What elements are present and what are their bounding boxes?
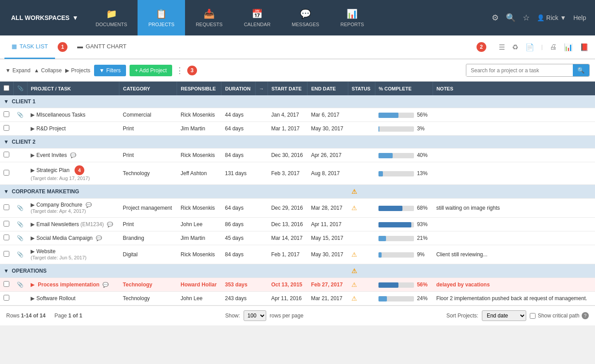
warn-icon: ⚠ <box>351 295 357 302</box>
nav-label-documents: DOCUMENTS <box>96 22 127 27</box>
row-checkbox[interactable] <box>4 152 9 157</box>
progress-bar-fill <box>378 236 386 241</box>
nav-item-documents[interactable]: 📁 DOCUMENTS <box>85 0 138 35</box>
row-expand-icon[interactable]: ▶ <box>31 125 35 132</box>
critical-path-label: Show critical path <box>538 313 579 319</box>
row-duration: 86 days <box>221 218 255 231</box>
toolbar-icon-refresh[interactable]: ♻ <box>510 41 520 53</box>
critical-path-checkbox[interactable] <box>530 313 536 319</box>
nav-item-reports[interactable]: 📊 REPORTS <box>330 0 374 35</box>
row-category: Print <box>119 122 177 136</box>
row-status <box>348 122 375 136</box>
top-nav: ALL WORKSPACES ▼ 📁 DOCUMENTS 📋 PROJECTS … <box>0 0 595 35</box>
nav-item-messages[interactable]: 💬 MESSAGES <box>281 0 330 35</box>
row-checkbox[interactable] <box>4 125 9 131</box>
row-expand-icon[interactable]: ▶ <box>31 282 35 288</box>
row-expand-icon[interactable]: ▶ <box>31 202 35 208</box>
add-project-button[interactable]: + Add Project <box>130 65 172 76</box>
select-all-checkbox[interactable] <box>4 85 9 91</box>
row-pct: 13% <box>375 162 433 185</box>
expand-label: Expand <box>12 67 31 74</box>
help-link[interactable]: Help <box>573 14 586 21</box>
row-dep <box>255 245 268 264</box>
group-corporate-marketing: ▼ CORPORATE MARKETING ⚠ <box>0 185 595 199</box>
row-expand-icon[interactable]: ▶ <box>31 221 35 227</box>
row-expand-icon[interactable]: ▶ <box>31 112 35 118</box>
group-client1: ▼ CLIENT 1 <box>0 95 595 108</box>
group-collapse-icon[interactable]: ▼ <box>4 139 9 145</box>
row-expand-icon[interactable]: ▶ <box>31 235 35 241</box>
comment-icon: 💬 <box>96 235 102 241</box>
filters-button[interactable]: ▼ Filters <box>94 65 126 76</box>
row-expand-icon[interactable]: ▶ <box>31 152 35 158</box>
row-notes <box>433 162 595 185</box>
progress-bar-wrap <box>378 171 414 176</box>
row-responsible: Jim Martin <box>177 122 221 136</box>
star-icon[interactable]: ☆ <box>523 13 530 23</box>
row-dep <box>255 278 268 292</box>
row-notes <box>433 231 595 245</box>
row-checkbox[interactable] <box>4 170 9 176</box>
row-duration: 84 days <box>221 245 255 264</box>
tab-task-list[interactable]: ▦ TASK LIST <box>4 35 55 59</box>
nav-items: 📁 DOCUMENTS 📋 PROJECTS 📥 REQUESTS 📅 CALE… <box>85 0 488 35</box>
col-check <box>0 82 13 95</box>
row-expand-icon[interactable]: ▶ <box>31 295 35 301</box>
row-status: ⚠ <box>348 292 375 305</box>
rows-per-page-select[interactable]: 100 50 25 <box>244 310 266 321</box>
rows-info: Rows 1-14 of 14 <box>6 313 46 319</box>
search-input[interactable] <box>466 65 573 76</box>
help-circle-icon[interactable]: ? <box>582 312 589 319</box>
table-row: ▶Software Rollout Technology John Lee 24… <box>0 292 595 305</box>
row-dep <box>255 122 268 136</box>
toolbar-icon-doc[interactable]: 📄 <box>524 41 536 53</box>
row-category: Technology <box>119 292 177 305</box>
row-checkbox[interactable] <box>4 221 9 227</box>
row-category: Print <box>119 149 177 162</box>
nav-item-requests[interactable]: 📥 REQUESTS <box>185 0 233 35</box>
row-notes: still waiting on image rights <box>433 199 595 218</box>
collapse-button[interactable]: ▲ Collapse <box>34 67 62 74</box>
nav-item-calendar[interactable]: 📅 CALENDAR <box>233 0 281 35</box>
group-collapse-icon[interactable]: ▼ <box>4 98 9 105</box>
row-expand-icon[interactable]: ▶ <box>31 167 35 173</box>
progress-bar-wrap <box>378 153 414 158</box>
search-button[interactable]: 🔍 <box>573 64 589 76</box>
more-options-icon[interactable]: ⋮ <box>176 66 184 75</box>
sort-projects-select[interactable]: End date Start date Name <box>482 310 526 321</box>
nav-item-projects[interactable]: 📋 PROJECTS <box>138 0 185 35</box>
filters-label: Filters <box>106 67 121 74</box>
toolbar-icon-excel[interactable]: 📊 <box>562 41 575 53</box>
row-checkbox[interactable] <box>4 251 9 257</box>
row-checkbox[interactable] <box>4 111 9 117</box>
warn-icon: ⚠ <box>351 204 357 211</box>
workspace-selector[interactable]: ALL WORKSPACES ▼ <box>4 14 85 21</box>
comment-icon: 💬 <box>102 282 109 287</box>
row-expand-icon[interactable]: ▶ <box>31 248 35 254</box>
row-end: Apr 26, 2017 <box>307 149 348 162</box>
projects-button[interactable]: ▶ Projects <box>65 67 90 74</box>
row-checkbox[interactable] <box>4 235 9 240</box>
show-label: Show: <box>225 313 240 319</box>
search-icon[interactable]: 🔍 <box>506 13 516 23</box>
row-responsible: Rick Mosenkis <box>177 245 221 264</box>
row-checkbox[interactable] <box>4 295 9 301</box>
toolbar-icon-print[interactable]: 🖨 <box>548 41 559 53</box>
row-checkbox[interactable] <box>4 281 9 287</box>
user-menu[interactable]: 👤 Rick ▼ <box>537 14 566 21</box>
group-collapse-icon[interactable]: ▼ <box>4 268 9 274</box>
col-start-date: START DATE <box>268 82 307 95</box>
nav-label-reports: REPORTS <box>340 22 364 27</box>
toolbar-icon-list[interactable]: ☰ <box>497 41 507 53</box>
expand-button[interactable]: ▼ Expand <box>5 67 31 74</box>
row-notes: Client still reviewing... <box>433 245 595 264</box>
settings-icon[interactable]: ⚙ <box>492 13 499 23</box>
row-checkbox[interactable] <box>4 204 9 210</box>
row-clip: 📎 <box>13 278 27 292</box>
toolbar-icon-pdf[interactable]: 📕 <box>578 41 591 53</box>
tab-gantt-chart[interactable]: ▬ GANTT CHART <box>70 35 134 59</box>
group-collapse-icon[interactable]: ▼ <box>4 188 9 195</box>
rows-suffix: rows per page <box>270 313 303 319</box>
messages-icon: 💬 <box>300 8 311 19</box>
target-date: (Target date: Aug 17, 2017) <box>31 176 90 181</box>
